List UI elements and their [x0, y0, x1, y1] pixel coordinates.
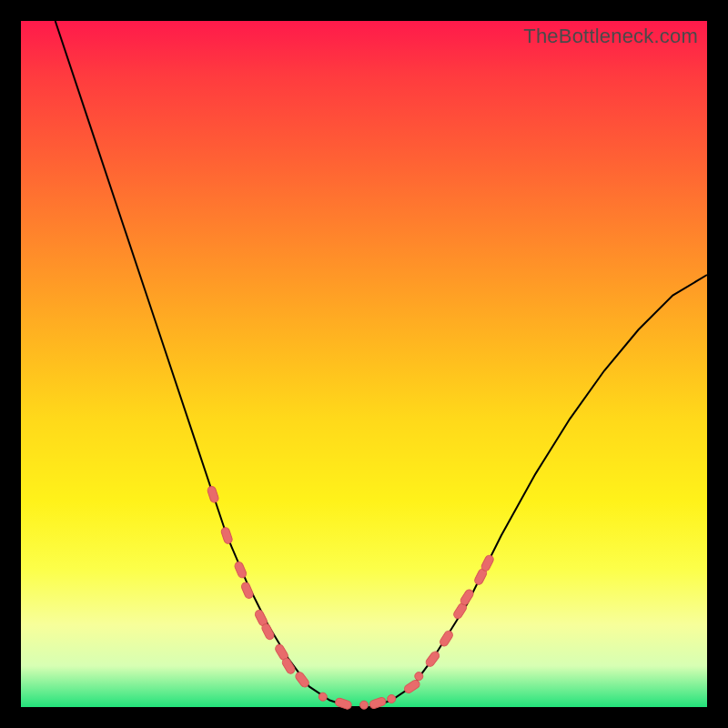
marker-group — [207, 485, 495, 710]
marker-capsule — [234, 561, 248, 579]
marker-capsule — [460, 588, 475, 606]
marker-dot — [415, 672, 423, 681]
marker-dot — [318, 693, 327, 701]
marker-capsule — [480, 554, 495, 572]
marker-capsule — [334, 697, 352, 710]
marker-capsule — [207, 485, 219, 503]
marker-capsule — [424, 650, 440, 668]
marker-capsule — [240, 581, 254, 600]
marker-dot — [388, 695, 396, 703]
marker-capsule — [369, 696, 387, 709]
marker-capsule — [220, 527, 233, 545]
marker-capsule — [403, 679, 421, 694]
marker-capsule — [294, 671, 310, 689]
marker-dot — [360, 701, 369, 709]
curve-svg — [21, 21, 707, 707]
bottleneck-curve — [56, 21, 707, 707]
marker-capsule — [439, 630, 454, 648]
plot-area: TheBottleneck.com — [21, 21, 707, 707]
chart-frame: TheBottleneck.com — [0, 0, 728, 728]
